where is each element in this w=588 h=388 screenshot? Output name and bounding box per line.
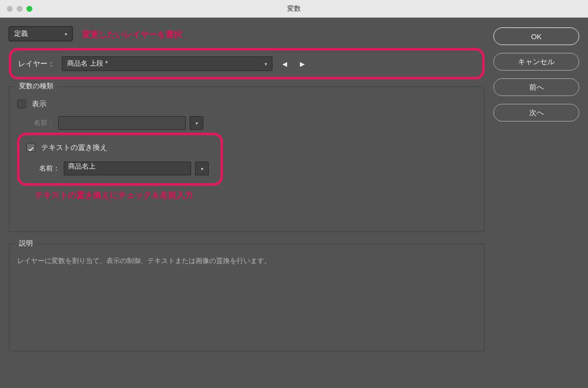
description-fieldset: 説明 レイヤーに変数を割り当て、表示の制御、テキストまたは画像の置換を行います。 bbox=[9, 243, 485, 351]
visibility-name-label: 名前： bbox=[34, 119, 54, 127]
text-replace-name-row: 名前： 商品名上 ▾ bbox=[39, 162, 214, 175]
text-replace-name-dropdown[interactable]: ▾ bbox=[195, 162, 209, 175]
layer-label: レイヤー： bbox=[18, 59, 55, 69]
visibility-name-dropdown: ▾ bbox=[190, 116, 203, 130]
window-title: 変数 bbox=[287, 4, 301, 13]
chevron-down-icon: ▾ bbox=[265, 61, 267, 67]
visibility-label: 表示 bbox=[32, 99, 47, 109]
top-row: 定義 ▾ 変更したいレイヤーを選択 bbox=[9, 26, 485, 41]
main-panel: 定義 ▾ 変更したいレイヤーを選択 レイヤー： 商品名 上段 * ▾ ◀ ▶ 変… bbox=[9, 26, 485, 379]
text-replace-label: テキストの置き換え bbox=[41, 143, 107, 152]
maximize-window-button[interactable] bbox=[26, 6, 32, 12]
visibility-name-row: 名前： ▾ bbox=[34, 116, 476, 130]
text-replace-name-input[interactable]: 商品名上 bbox=[64, 162, 191, 175]
text-replace-row: テキストの置き換え bbox=[26, 140, 214, 155]
layer-select-value: 商品名 上段 * bbox=[67, 59, 108, 68]
text-replace-name-label: 名前： bbox=[39, 164, 60, 173]
prev-button[interactable]: 前へ bbox=[493, 78, 579, 96]
ok-button[interactable]: OK bbox=[493, 27, 579, 45]
visibility-name-input bbox=[58, 116, 186, 130]
cancel-button[interactable]: キャンセル bbox=[493, 53, 579, 71]
layer-row-highlight: レイヤー： 商品名 上段 * ▾ ◀ ▶ bbox=[9, 48, 485, 79]
next-layer-button[interactable]: ▶ bbox=[297, 58, 308, 69]
layer-select[interactable]: 商品名 上段 * ▾ bbox=[62, 56, 272, 71]
chevron-down-icon: ▾ bbox=[65, 31, 67, 37]
annotation-text-replace: テキストの置き換えにチェック＆名前入力 bbox=[35, 190, 476, 201]
variable-type-fieldset: 変数の種類 表示 名前： ▾ テキストの置き換え bbox=[9, 86, 485, 232]
variable-type-legend: 変数の種類 bbox=[15, 82, 57, 91]
close-window-button[interactable] bbox=[7, 6, 13, 12]
side-buttons: OK キャンセル 前へ 次へ bbox=[493, 26, 579, 379]
dialog-content: 定義 ▾ 変更したいレイヤーを選択 レイヤー： 商品名 上段 * ▾ ◀ ▶ 変… bbox=[0, 18, 588, 388]
visibility-checkbox[interactable] bbox=[17, 99, 26, 108]
description-legend: 説明 bbox=[15, 239, 37, 248]
definition-select[interactable]: 定義 ▾ bbox=[9, 26, 73, 41]
text-replace-checkbox[interactable] bbox=[26, 143, 35, 152]
annotation-select-layer: 変更したいレイヤーを選択 bbox=[82, 29, 182, 40]
description-text: レイヤーに変数を割り当て、表示の制御、テキストまたは画像の置換を行います。 bbox=[17, 255, 476, 267]
check-icon bbox=[28, 145, 33, 150]
visibility-row: 表示 bbox=[17, 97, 476, 111]
prev-layer-button[interactable]: ◀ bbox=[279, 58, 290, 69]
spacer bbox=[17, 201, 476, 223]
definition-select-label: 定義 bbox=[14, 29, 28, 38]
text-replace-highlight: テキストの置き換え 名前： 商品名上 ▾ bbox=[17, 133, 223, 186]
next-button[interactable]: 次へ bbox=[493, 104, 579, 121]
minimize-window-button[interactable] bbox=[17, 6, 23, 12]
window-controls bbox=[7, 6, 32, 12]
titlebar: 変数 bbox=[0, 0, 588, 18]
